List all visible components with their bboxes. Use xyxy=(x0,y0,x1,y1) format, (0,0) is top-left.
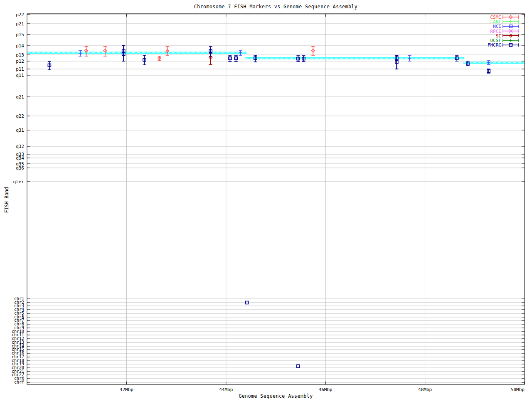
x-tick-label: 42Mbp xyxy=(120,387,133,392)
y-tick-label: p21 xyxy=(16,21,24,27)
fhcrc-point xyxy=(297,365,300,368)
y-axis-label: FISH Band xyxy=(4,179,10,221)
chart-title: Chromosome 7 FISH Markers vs Genome Sequ… xyxy=(27,4,525,10)
y-tick-label: qter xyxy=(13,179,25,185)
y-tick-label: p22 xyxy=(16,12,24,17)
plot-canvas: p22p21p15p14p13p12p11q11q21q22q31q32q33q… xyxy=(0,0,532,399)
x-tick-label: 44Mbp xyxy=(219,387,233,392)
x-tick-label: 46Mbp xyxy=(319,387,332,392)
y-tick-label: q11 xyxy=(16,73,24,78)
x-tick-label: 50Mbp xyxy=(511,387,525,392)
y-tick-label: q31 xyxy=(16,128,24,133)
y-tick-label: q36 xyxy=(16,165,24,171)
fish-marker-chart: p22p21p15p14p13p12p11q11q21q22q31q32q33q… xyxy=(0,0,532,399)
x-tick-label: 48Mbp xyxy=(418,387,432,392)
y-tick-label: p13 xyxy=(16,52,24,58)
y-tick-label: p14 xyxy=(16,43,24,49)
y-tick-label: q32 xyxy=(16,144,24,149)
y-tick-label: p12 xyxy=(16,59,24,64)
y-tick-label: chrY xyxy=(14,380,24,384)
y-tick-label: p11 xyxy=(16,66,24,72)
x-axis-label: Genome Sequence Assembly xyxy=(27,393,525,399)
plot-border xyxy=(27,14,525,384)
y-tick-label: q34 xyxy=(16,155,24,161)
y-tick-label: q21 xyxy=(16,94,24,100)
y-tick-label: q22 xyxy=(16,113,24,119)
y-tick-label: p15 xyxy=(16,32,24,37)
legend-label-fhcrc: FHCRC xyxy=(488,42,501,48)
